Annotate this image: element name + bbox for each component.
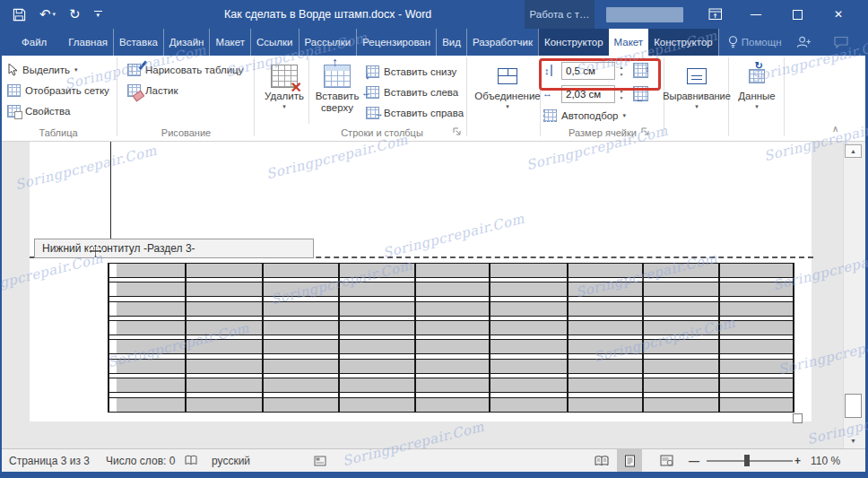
tab-вид[interactable]: Вид bbox=[436, 29, 466, 56]
insert-below-button[interactable]: ↓ Вставить снизу bbox=[366, 63, 456, 81]
draw-table-button[interactable]: Нарисовать таблицу bbox=[127, 61, 243, 79]
read-mode-icon bbox=[595, 456, 609, 466]
insert-right-button[interactable]: → Вставить справа bbox=[366, 104, 464, 122]
column-width-input[interactable]: 2,03 см bbox=[561, 85, 615, 103]
table-column-border bbox=[414, 263, 416, 413]
word-count[interactable]: Число слов: 0 bbox=[106, 449, 175, 472]
table-properties-button[interactable]: Свойства bbox=[7, 102, 71, 120]
table-row[interactable] bbox=[108, 397, 794, 413]
tab-файл[interactable]: Файл bbox=[11, 29, 57, 56]
group-divider bbox=[254, 57, 255, 136]
tab-макет[interactable]: Макет bbox=[609, 29, 649, 56]
zoom-slider-track[interactable] bbox=[707, 460, 793, 462]
delete-table-button[interactable]: ✕ Удалить ▾ bbox=[260, 59, 308, 127]
view-gridlines-button[interactable]: Отобразить сетку bbox=[7, 82, 109, 100]
print-layout-button[interactable] bbox=[617, 449, 642, 472]
maximize-button[interactable] bbox=[777, 0, 818, 29]
distribute-columns-button[interactable]: ↔ bbox=[633, 86, 648, 105]
row-height-value: 0,5 см bbox=[566, 65, 595, 76]
redo-button[interactable]: ↻ bbox=[69, 0, 81, 29]
table-column-border bbox=[489, 263, 490, 413]
eraser-button[interactable]: Ластик bbox=[127, 82, 178, 100]
table-border-above bbox=[110, 142, 111, 240]
dialog-launcher-icon[interactable] bbox=[452, 126, 462, 136]
autofit-button[interactable]: Автоподбор ▾ bbox=[543, 107, 626, 125]
page-indicator[interactable]: Страница 3 из 3 bbox=[9, 449, 90, 472]
insert-left-label: Вставить слева bbox=[384, 87, 458, 98]
spinner-down-icon[interactable]: ▼ bbox=[620, 95, 624, 100]
zoom-slider-handle[interactable] bbox=[744, 455, 750, 466]
spinner-down-icon[interactable]: ▼ bbox=[620, 72, 624, 77]
table-row[interactable] bbox=[108, 378, 794, 393]
tab-главная[interactable]: Главная bbox=[63, 29, 113, 56]
row-height-spinner[interactable]: ▲▼ bbox=[617, 62, 626, 80]
tab-рассылки[interactable]: Рассылки bbox=[299, 29, 357, 56]
contextual-tab-group-label: Работа с т… bbox=[525, 0, 595, 29]
group-divider bbox=[117, 57, 117, 136]
spinner-up-icon[interactable]: ▲ bbox=[620, 65, 624, 70]
alignment-icon bbox=[687, 62, 707, 91]
redo-icon: ↻ bbox=[69, 0, 81, 29]
row-height-input[interactable]: 0,5 см bbox=[561, 62, 615, 80]
save-button[interactable] bbox=[13, 8, 26, 22]
table-row[interactable] bbox=[108, 263, 794, 278]
scrollbar-thumb[interactable] bbox=[845, 394, 862, 418]
tab-рецензирован[interactable]: Рецензирован bbox=[356, 29, 436, 56]
scroll-up-icon: ▲ bbox=[850, 148, 856, 154]
tab-конструктор[interactable]: Конструктор bbox=[538, 29, 609, 56]
scroll-down-button[interactable]: ▼ bbox=[845, 434, 862, 448]
table-row[interactable] bbox=[108, 359, 794, 374]
tab-вставка[interactable]: Вставка bbox=[113, 29, 163, 56]
tab-помощн[interactable]: Помощн bbox=[718, 29, 787, 56]
alignment-label: Выравнивание bbox=[663, 91, 731, 102]
chevron-down-icon: ▾ bbox=[53, 0, 56, 29]
customize-qat-button[interactable]: ▾ bbox=[94, 11, 102, 18]
ribbon-display-options-button[interactable] bbox=[708, 8, 723, 24]
collapse-ribbon-button[interactable]: ∧ bbox=[832, 124, 838, 134]
distribute-rows-button[interactable]: ↕ bbox=[633, 63, 648, 82]
table-row[interactable] bbox=[108, 339, 794, 354]
tab-дизайн[interactable]: Дизайн bbox=[163, 29, 210, 56]
tab-strip: ФайлГлавнаяВставкаДизайнМакетСсылкиРассы… bbox=[0, 29, 868, 56]
web-layout-button[interactable] bbox=[655, 449, 678, 472]
contextual-group-placeholder bbox=[606, 7, 683, 22]
spinner-up-icon[interactable]: ▲ bbox=[620, 88, 624, 93]
scroll-up-button[interactable]: ▲ bbox=[845, 144, 862, 158]
alignment-button[interactable]: Выравнивание ▾ bbox=[665, 59, 728, 127]
tab-конструктор[interactable]: Конструктор bbox=[648, 29, 718, 56]
table-row[interactable] bbox=[108, 301, 794, 317]
chevron-down-icon: ▾ bbox=[74, 66, 78, 74]
data-label: Данные bbox=[738, 91, 776, 102]
dialog-launcher-icon[interactable] bbox=[640, 126, 650, 136]
tab-ссылки[interactable]: Ссылки bbox=[250, 29, 299, 56]
data-button[interactable]: ↻ Данные ▾ bbox=[733, 59, 780, 127]
insert-above-button[interactable]: ↑ Вставить сверху bbox=[312, 59, 362, 127]
read-mode-button[interactable] bbox=[590, 449, 613, 472]
minimize-button[interactable]: — bbox=[735, 0, 777, 29]
table-data-icon: ↻ bbox=[749, 62, 765, 91]
zoom-level[interactable]: 110 % bbox=[811, 449, 840, 472]
tab-label: Конструктор bbox=[654, 29, 713, 56]
web-layout-icon bbox=[660, 455, 673, 466]
proofing-status-button[interactable] bbox=[185, 449, 198, 472]
tab-разработчик[interactable]: Разработчик bbox=[466, 29, 538, 56]
undo-button[interactable]: ↶▾ bbox=[39, 0, 56, 29]
zoom-out-button[interactable]: — bbox=[689, 449, 699, 472]
language-indicator[interactable]: русский bbox=[212, 449, 250, 472]
document-area[interactable]: Нижний колонтитул -Раздел 3- ▲ ▼ bbox=[0, 142, 868, 448]
minimize-icon: — bbox=[751, 8, 761, 21]
zoom-in-button[interactable]: + bbox=[794, 449, 801, 472]
select-button[interactable]: Выделить ▾ bbox=[7, 61, 78, 79]
macro-icon bbox=[314, 456, 326, 466]
merge-button[interactable]: Объединение ▾ bbox=[475, 59, 540, 127]
insert-left-button[interactable]: ← Вставить слева bbox=[366, 83, 458, 101]
table-row[interactable] bbox=[108, 320, 794, 335]
draw-table-label: Нарисовать таблицу bbox=[145, 65, 243, 75]
tab-макет[interactable]: Макет bbox=[209, 29, 250, 56]
close-button[interactable]: ✕ bbox=[818, 0, 859, 29]
table-resize-handle[interactable] bbox=[793, 413, 803, 423]
table-row[interactable] bbox=[108, 282, 794, 297]
column-width-spinner[interactable]: ▲▼ bbox=[617, 85, 626, 103]
document-table[interactable] bbox=[108, 263, 794, 414]
macro-record-button[interactable] bbox=[314, 449, 326, 472]
